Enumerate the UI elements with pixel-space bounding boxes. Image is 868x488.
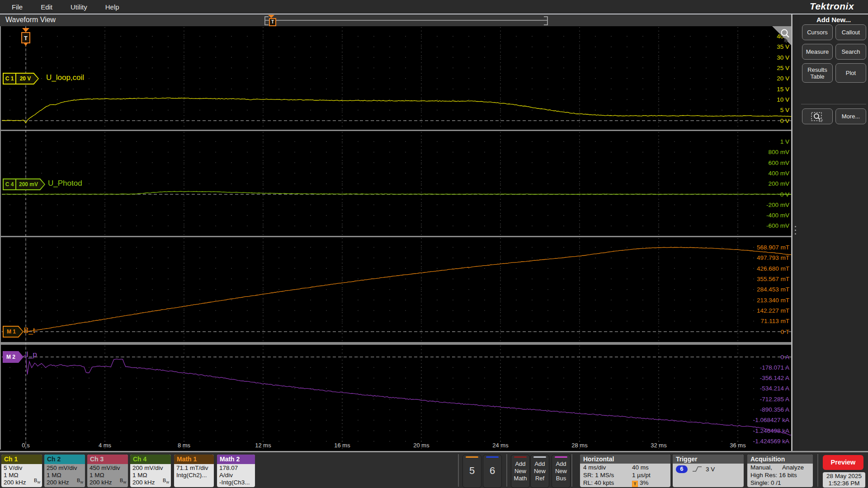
svg-text:-178.071 A: -178.071 A [760,364,789,371]
menu-item-edit[interactable]: Edit [34,3,59,11]
acquisition-mode: Manual, [750,464,772,471]
time-label: 1:52:36 PM [828,480,859,487]
svg-text:15 V: 15 V [777,86,789,93]
svg-text:71.113 mT: 71.113 mT [760,318,789,324]
horizontal-window: 40 ms [632,464,649,471]
svg-text:355.567 mT: 355.567 mT [757,276,789,282]
menu-item-file[interactable]: File [5,3,29,11]
trigger-position: T3% [632,479,649,487]
badge-body: 450 mV/div1 MΩ200 kHzBW [87,464,128,487]
sample-resolution: 1 µs/pt [632,471,651,479]
acquisition-panel[interactable]: AcquisitionManual,AnalyzeHigh Res: 16 bi… [747,455,813,487]
menu-item-help[interactable]: Help [99,3,126,11]
trace-ch4[interactable] [2,191,793,194]
channel-settings-badge-math1[interactable]: Math 171.1 mT/divIntg(Ch2)... [174,455,214,487]
svg-text:-400 mV: -400 mV [766,212,789,219]
section-divider [571,454,572,487]
preview-button[interactable]: Preview [823,455,863,470]
svg-text:-712.285 A: -712.285 A [760,396,789,403]
badge-row: 200 mV/div [132,465,169,472]
channel-badge-c4[interactable]: C 4200 mV [3,178,45,190]
svg-text:24 ms: 24 ms [492,442,509,449]
add-new-ref-button[interactable]: AddNewRef [530,455,549,488]
badge-header: Ch 4 [130,455,171,464]
axis-labels-slice-3: 0 A-178.071 A-356.142 A-534.214 A-712.28… [753,354,789,445]
date-label: 28 May 2025 [826,473,862,479]
badge-row: 178.07 A/div [219,465,253,479]
acquisition-analyze: Analyze [782,464,804,471]
add-new-search-button[interactable]: Search [835,44,866,60]
channel-badge-m1[interactable]: M 1 [3,326,24,338]
svg-text:-534.214 A: -534.214 A [760,385,789,392]
horizontal-panel[interactable]: Horizontal4 ms/div40 msSR: 1 MS/s1 µs/pt… [580,455,670,487]
badge-header: Ch 2 [44,455,85,464]
svg-text:-890.356 A: -890.356 A [760,406,789,413]
trigger-marker[interactable]: T [22,28,30,46]
acquisition-resolution: High Res: 16 bits [747,471,813,479]
svg-text:35 V: 35 V [777,43,789,50]
add-new-plot-button[interactable]: Plot [835,63,866,83]
grid-slice-1 [2,132,791,235]
add-new-bus-button[interactable]: AddNewBus [552,455,571,488]
svg-text:5 V: 5 V [780,107,789,113]
time-axis-labels: 0 s4 ms8 ms12 ms16 ms20 ms24 ms28 ms32 m… [22,442,746,449]
button-number: 5 [463,465,481,477]
svg-text:36 ms: 36 ms [730,442,746,449]
add-new-math-button[interactable]: AddNewMath [511,455,530,488]
horizontal-scale: 4 ms/div [583,464,606,471]
horizontal-overview-bar[interactable]: T [264,15,548,25]
section-divider [817,454,818,487]
channel-settings-badge-ch4[interactable]: Ch 4200 mV/div1 MΩ200 kHzBW [130,455,171,487]
add-new-measure-button[interactable]: Measure [802,44,833,60]
svg-text:142.227 mT: 142.227 mT [757,307,789,314]
waveform-label-u-loop-coil[interactable]: U_loop,coil [46,73,84,82]
slice-separator[interactable] [1,342,792,345]
trigger-panel[interactable]: Trigger63 V [673,455,744,487]
splitter-grip-icon[interactable] [795,226,797,235]
section-divider [506,454,507,487]
badge-header: Ch 1 [1,455,42,464]
channel-settings-badge-math2[interactable]: Math 2178.07 A/div-Intg(Ch3... [217,455,255,487]
svg-text:0 s: 0 s [22,442,30,449]
svg-text:25 V: 25 V [777,65,789,71]
slice-separator[interactable] [1,130,792,131]
spare-channel-button-5[interactable]: 5 [462,455,481,488]
acquisition-single: Single: 0 /1 [747,479,813,487]
svg-text:-200 mV: -200 mV [766,202,789,208]
channel-settings-badge-ch3[interactable]: Ch 3450 mV/div1 MΩ200 kHzBW [87,455,128,487]
trace-math1[interactable] [26,247,792,332]
channel-badge-m2[interactable]: M 2 [3,351,24,363]
trigger-flag-icon: T [632,481,638,487]
channel-settings-badge-ch2[interactable]: Ch 2250 mV/div1 MΩ200 kHzBW [44,455,85,487]
settings-bar: Preview 28 May 2025 1:52:36 PM Ch 15 V/d… [0,451,868,488]
channel-badge-c1[interactable]: C 120 V [3,73,39,84]
add-new-callout-button[interactable]: Callout [835,24,866,40]
waveform-label-b-t[interactable]: B_t [24,326,35,335]
waveform-label-i-p[interactable]: I_p [26,350,37,359]
box-zoom-button[interactable] [802,108,833,124]
menu-item-utility[interactable]: Utility [64,3,94,11]
channel-settings-badge-ch1[interactable]: Ch 15 V/div1 MΩ200 kHzBW [1,455,42,487]
trace-math2[interactable] [2,355,793,436]
badge-row: 5 V/div [4,465,40,472]
section-divider [458,454,459,487]
svg-text:-1.424569 kA: -1.424569 kA [753,438,789,445]
record-length: RL: 40 kpts [583,479,614,487]
add-new-results-table-button[interactable]: Results Table [802,63,833,83]
svg-text:400 mV: 400 mV [768,170,789,177]
overview-trigger-marker[interactable]: T [269,18,276,26]
rising-edge-icon [692,465,702,473]
oscilloscope-screen: FileEditUtilityHelp Tektronix Waveform V… [0,0,868,488]
more-button[interactable]: More... [835,108,866,124]
svg-text:28 ms: 28 ms [571,442,588,449]
waveform-plot[interactable]: 40 V35 V30 V25 V20 V15 V10 V5 V0 V1 V800… [0,26,792,450]
svg-text:0 V: 0 V [780,117,789,124]
svg-text:16 ms: 16 ms [334,442,350,449]
waveform-label-u-photod[interactable]: U_Photod [48,179,82,188]
slice-separator[interactable] [1,236,792,237]
overview-trigger-arrow-icon [268,15,274,18]
overview-right-bracket[interactable] [544,16,548,25]
badge-body: 200 mV/div1 MΩ200 kHzBW [130,464,171,487]
spare-channel-button-6[interactable]: 6 [483,455,502,488]
add-new-cursors-button[interactable]: Cursors [802,24,833,40]
